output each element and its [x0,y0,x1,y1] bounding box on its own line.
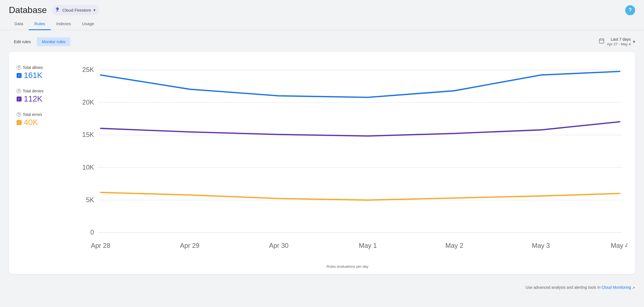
help-button[interactable]: ? [625,5,635,15]
legend-denies: ? Total denies ✓ 112K [17,89,61,103]
monitor-rules-button[interactable]: Monitor rules [37,37,70,46]
svg-text:May 3: May 3 [532,242,550,249]
tab-indexes[interactable]: Indexes [51,18,76,30]
svg-text:May 1: May 1 [359,242,377,249]
svg-text:20K: 20K [82,98,94,106]
legend-allows-label: ? Total allows [17,65,61,70]
main-content: Edit rules Monitor rules Last 7 days Apr… [0,30,644,281]
date-range-secondary: Apr 27 - May 4 [607,42,631,46]
external-link-icon: ↗ [632,285,635,290]
svg-text:May 4: May 4 [611,242,627,249]
tab-data[interactable]: Data [9,18,29,30]
svg-text:0: 0 [90,229,94,236]
svg-text:25K: 25K [82,66,94,73]
legend-allows: ? Total allows ✓ 161K [17,65,61,80]
toolbar: Edit rules Monitor rules Last 7 days Apr… [9,37,635,46]
footer-prefix: Use advanced analysis and alerting tools… [525,285,602,290]
legend-denies-label: ? Total denies [17,89,61,93]
svg-text:Apr 28: Apr 28 [91,242,110,249]
errors-value: 40K [24,118,38,127]
chart-wrapper: 25K 20K 15K 10K 5K 0 Apr 28 Apr 29 Apr 3… [68,60,627,268]
legend-errors: ? Total errors ✓ 40K [17,112,61,127]
cloud-monitoring-link[interactable]: Cloud Monitoring [602,285,631,290]
rules-chart: 25K 20K 15K 10K 5K 0 Apr 28 Apr 29 Apr 3… [68,60,627,263]
allows-value: 161K [24,71,42,80]
calendar-icon [599,38,605,45]
date-range-text: Last 7 days Apr 27 - May 4 [607,37,631,46]
denies-help-icon[interactable]: ? [17,89,21,93]
chevron-down-icon: ▾ [93,7,96,13]
page-title: Database [9,5,47,15]
legend-errors-label: ? Total errors [17,112,61,117]
legend-panel: ? Total allows ✓ 161K ? Total denies [17,60,61,268]
svg-text:Apr 30: Apr 30 [269,242,288,249]
allows-help-icon[interactable]: ? [17,65,21,70]
denies-value: 112K [24,94,42,103]
nav-tabs: Data Rules Indexes Usage [0,18,644,30]
svg-text:5K: 5K [86,196,94,204]
tab-rules[interactable]: Rules [29,18,51,30]
svg-text:Apr 29: Apr 29 [180,242,199,249]
product-chip[interactable]: Cloud Firestore ▾ [52,5,99,15]
tab-usage[interactable]: Usage [76,18,100,30]
svg-text:10K: 10K [82,163,94,171]
errors-checkbox[interactable]: ✓ [17,120,22,125]
errors-help-icon[interactable]: ? [17,112,21,117]
edit-rules-button[interactable]: Edit rules [9,37,36,46]
date-chevron-icon: ▾ [633,39,635,44]
chart-card: ? Total allows ✓ 161K ? Total denies [9,52,635,274]
svg-text:May 2: May 2 [445,242,463,249]
denies-checkbox[interactable]: ✓ [17,97,22,102]
product-name: Cloud Firestore [62,8,91,12]
header: Database Cloud Firestore ▾ ? [0,0,644,18]
firestore-icon [55,7,60,14]
allows-checkbox[interactable]: ✓ [17,73,22,78]
chart-x-label: Rules evaluations per day [68,264,627,269]
chart-area: ? Total allows ✓ 161K ? Total denies [17,60,627,268]
svg-text:15K: 15K [82,131,94,139]
svg-rect-0 [599,39,604,43]
footer-note: Use advanced analysis and alerting tools… [0,281,644,292]
date-range-selector[interactable]: Last 7 days Apr 27 - May 4 ▾ [599,37,635,46]
date-range-primary: Last 7 days [607,37,631,42]
